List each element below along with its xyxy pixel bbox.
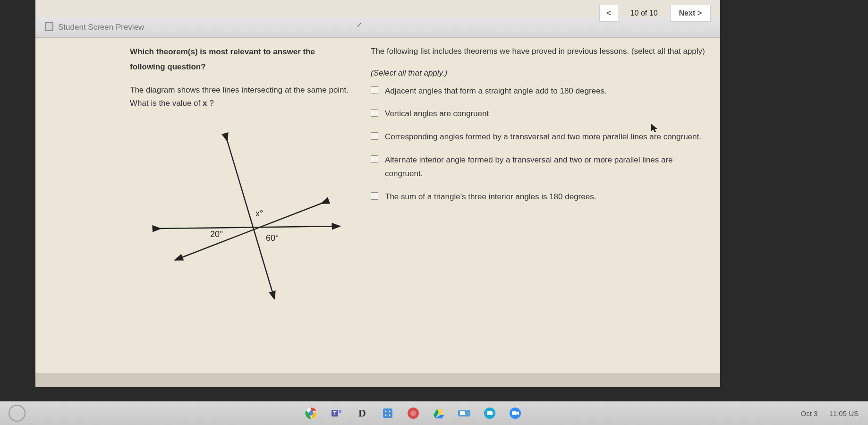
checkbox[interactable] [371,155,378,163]
svg-line-2 [177,203,323,259]
svg-rect-19 [487,411,493,415]
question-variable: x [203,99,207,108]
svg-point-13 [389,415,390,416]
taskbar-center: T D [26,406,801,421]
svg-text:D: D [358,407,366,419]
teams-icon[interactable]: T [329,406,344,421]
label-60: 60° [266,233,279,243]
svg-line-1 [227,139,274,297]
messages-icon[interactable] [482,406,497,421]
theorem-intro: The following list includes theorems we … [371,44,706,59]
option-row[interactable]: The sum of a triangle's three interior a… [371,190,706,204]
angle-diagram: x° 20° 60° [144,129,352,299]
question-column: Which theorem(s) is most relevant to ans… [130,44,366,373]
checkbox[interactable] [371,109,378,117]
drive-icon[interactable] [431,406,446,421]
taskbar-right: Oct 3 11:05 US [801,409,868,417]
copy-icon [47,24,53,31]
svg-point-11 [389,411,390,412]
svg-point-12 [385,415,386,416]
label-x: x° [255,209,263,218]
expand-icon[interactable]: ⤢ [357,21,362,28]
app-grid-icon[interactable] [380,406,395,421]
top-nav-bar: < 10 of 10 Next > [599,4,720,23]
checkbox[interactable] [371,132,378,140]
option-label: Vertical angles are congruent [385,107,489,121]
option-label: Alternate interior angle formed by a tra… [385,153,706,181]
question-line2-post: ? [207,99,214,108]
svg-rect-9 [383,408,392,418]
question-line1: The diagram shows three lines intersecti… [130,85,349,94]
option-label: Corresponding angles formed by a transve… [385,130,701,144]
svg-point-7 [339,410,341,413]
option-row[interactable]: Adjacent angles that form a straight ang… [371,85,706,98]
answer-column: The following list includes theorems we … [366,44,706,373]
select-hint: (Select all that apply.) [371,68,706,78]
checkbox[interactable] [371,192,378,200]
option-row[interactable]: Corresponding angles formed by a transve… [371,130,706,144]
camera-app-icon[interactable] [457,406,472,421]
app-window: < 10 of 10 Next > Student Screen Preview… [35,0,720,387]
content-footer-strip [35,373,720,387]
next-button[interactable]: Next > [670,5,711,22]
option-row[interactable]: Vertical angles are congruent [371,107,706,121]
label-20: 20° [210,230,223,239]
question-title: Which theorem(s) is most relevant to ans… [130,44,352,75]
svg-text:T: T [333,410,336,416]
question-body: The diagram shows three lines intersecti… [130,84,352,111]
desmos-icon[interactable]: D [355,406,370,421]
zoom-icon[interactable] [508,406,523,421]
taskbar-time: 11:05 US [829,409,859,417]
red-app-icon[interactable] [406,406,421,421]
taskbar: T D Oct 3 11:05 US [0,401,868,425]
option-row[interactable]: Alternate interior angle formed by a tra… [371,153,706,181]
option-label: Adjacent angles that form a straight ang… [385,85,607,98]
page-indicator: 10 of 10 [622,9,666,17]
prev-button[interactable]: < [599,5,618,22]
launcher-circle-icon[interactable] [9,405,26,422]
question-line2-pre: What is the value of [130,99,203,108]
svg-point-15 [410,410,416,416]
header-title: Student Screen Preview [58,23,144,32]
content-area: Which theorem(s) is most relevant to ans… [35,38,720,373]
svg-line-0 [158,226,338,229]
svg-rect-21 [512,411,517,415]
chrome-icon[interactable] [304,406,319,421]
checkbox[interactable] [371,86,378,94]
taskbar-date: Oct 3 [801,409,818,417]
svg-rect-17 [460,411,465,415]
svg-point-10 [385,411,386,412]
option-label: The sum of a triangle's three interior a… [385,190,596,204]
